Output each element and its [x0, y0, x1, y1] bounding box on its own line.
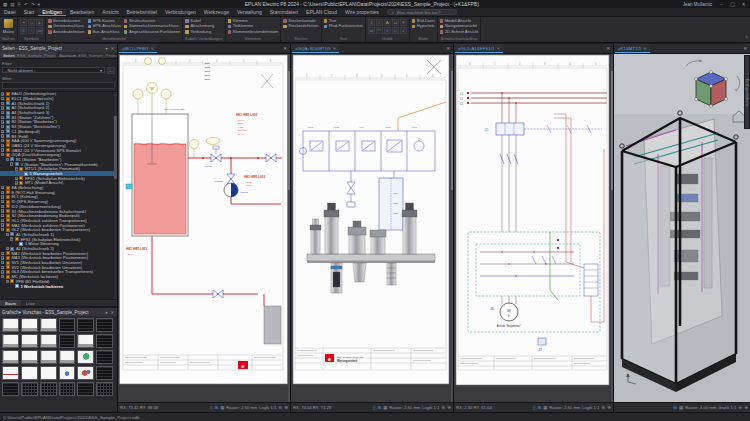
zoom-out-icon[interactable]: ⊖ — [738, 405, 742, 410]
expander-icon[interactable]: + — [1, 214, 4, 217]
expander-icon[interactable]: + — [1, 139, 4, 142]
expander-icon[interactable]: + — [15, 177, 18, 180]
grid-toggle-icon[interactable]: ⊞ — [214, 405, 218, 410]
ribbon-button-sammelschienenanschluss[interactable]: Sammelschienenanschluss — [124, 24, 181, 28]
filter-dropdown[interactable]: - Nicht aktiviert - ▾ — [2, 67, 105, 74]
ribbon-button-text[interactable]: Text — [324, 19, 363, 23]
page-thumbnail[interactable] — [40, 382, 57, 396]
close-tab-icon[interactable]: ✕ — [643, 46, 646, 51]
ribbon-button-bild-datei[interactable]: Bild-Datei — [412, 19, 435, 23]
zoom-in-icon[interactable]: ⊕ — [447, 405, 451, 410]
panel-menu-icon[interactable]: ▾ — [104, 46, 108, 51]
page-thumbnail[interactable] — [96, 350, 113, 364]
grafik-symbol-icon[interactable]: ▭ — [368, 27, 375, 34]
expander-icon[interactable]: − — [10, 162, 13, 165]
grid-toggle-icon[interactable]: ⊞ — [673, 405, 677, 410]
snap-icon[interactable]: ▦ — [543, 405, 547, 410]
insert-center-tab[interactable]: Einfügezentrum — [744, 55, 750, 129]
snap-icon[interactable]: ▦ — [679, 405, 683, 410]
expander-icon[interactable]: + — [1, 223, 4, 226]
page-thumbnail[interactable] — [59, 350, 76, 364]
expander-icon[interactable]: + — [1, 111, 4, 114]
ribbon-button-makro[interactable]: Makro — [3, 19, 14, 34]
grafik-symbol-icon[interactable]: ◇ — [392, 27, 399, 34]
page-thumbnail[interactable] — [21, 366, 38, 380]
page-thumbnail[interactable] — [2, 366, 19, 380]
close-window-icon[interactable]: ✕ — [281, 46, 289, 51]
grafik-symbol-icon[interactable]: / — [368, 19, 375, 26]
page-thumbnail[interactable] — [21, 318, 38, 332]
expander-icon[interactable]: + — [1, 97, 4, 100]
cabinet-3d-viewport[interactable] — [614, 54, 750, 402]
ribbon-button-hyperlink[interactable]: Hyperlink — [412, 24, 435, 28]
expander-icon[interactable]: + — [1, 134, 4, 137]
expander-icon[interactable]: + — [1, 191, 4, 194]
vertical-scrollbar[interactable] — [288, 54, 291, 402]
expander-icon[interactable]: + — [1, 219, 4, 222]
page-thumbnail[interactable] — [77, 382, 94, 396]
expander-icon[interactable]: − — [6, 233, 9, 236]
ribbon-button-sps-anschluss[interactable]: SPS-Anschluss — [88, 24, 121, 28]
page-thumbnail[interactable] — [40, 350, 57, 364]
expander-icon[interactable]: + — [1, 252, 4, 255]
search-box[interactable]: ⌕ Was möchten Sie tun? — [387, 9, 457, 15]
grafik-symbol-icon[interactable]: ◠ — [376, 27, 383, 34]
ribbon-button-modell-ansicht[interactable]: Modell Ansicht — [440, 19, 479, 23]
ribbon-button-geräteanschluss[interactable]: Geräteanschluss — [48, 24, 85, 28]
expander-icon[interactable]: − — [1, 275, 4, 278]
zoom-in-icon[interactable]: ⊕ — [607, 405, 611, 410]
minimize-button[interactable]: – — [717, 1, 726, 7]
expander-icon[interactable]: + — [1, 102, 4, 105]
ribbon-button-abschirmung[interactable]: Abschirmung — [185, 24, 222, 28]
customize-qat-icon[interactable]: ▾ — [37, 2, 41, 7]
symbole-symbol-icon[interactable]: ▭ — [36, 27, 43, 34]
snap-icon[interactable]: ▦ — [220, 405, 224, 410]
page-thumbnail[interactable] — [96, 318, 113, 332]
grid-toggle-icon[interactable]: ⊞ — [537, 405, 541, 410]
expander-icon[interactable]: − — [1, 228, 4, 231]
grid-toggle-icon[interactable]: ⊞ — [377, 405, 381, 410]
ribbon-tab-werkzeuge[interactable]: Werkzeuge — [200, 8, 233, 16]
grafik-symbol-icon[interactable]: A — [384, 19, 391, 26]
ribbon-button-klemmenleistendefinition[interactable]: Klemmenleistendefinition — [228, 30, 279, 34]
close-tab-icon[interactable]: ✕ — [496, 46, 499, 51]
zoom-out-icon[interactable]: ⊖ — [601, 405, 605, 410]
expander-icon[interactable]: + — [1, 195, 4, 198]
app-menu-icon[interactable]: ▦ — [2, 2, 8, 7]
page-thumbnail[interactable] — [77, 318, 94, 332]
expander-icon[interactable]: + — [1, 116, 4, 119]
page-thumbnail[interactable] — [96, 366, 113, 380]
page-thumbnail[interactable] — [59, 334, 76, 348]
expander-icon[interactable]: + — [1, 200, 4, 203]
expander-icon[interactable]: − — [10, 237, 13, 240]
expander-icon[interactable]: + — [1, 186, 4, 189]
page-thumbnail[interactable] — [2, 318, 19, 332]
expander-icon[interactable]: + — [1, 130, 4, 133]
ribbon-collapse-icon[interactable]: ˄ — [743, 17, 750, 42]
page-thumbnail[interactable] — [59, 382, 76, 396]
page-thumbnail[interactable] — [77, 366, 94, 380]
symbole-symbol-icon[interactable]: ◇ — [28, 19, 35, 26]
grafik-symbol-icon[interactable]: + — [400, 27, 407, 34]
ribbon-button-teilklemme[interactable]: Teilklemme — [228, 24, 279, 28]
expander-icon[interactable]: + — [1, 266, 4, 269]
grafik-symbol-icon[interactable]: ○ — [376, 19, 383, 26]
snap-icon[interactable]: ▦ — [383, 405, 387, 410]
ribbon-tab-einfügen[interactable]: Einfügen — [38, 8, 66, 16]
expander-icon[interactable]: + — [1, 270, 4, 273]
zoom-out-icon[interactable]: ⊖ — [441, 405, 445, 410]
close-window-icon[interactable]: ✕ — [604, 46, 612, 51]
document-tab[interactable]: =GL2+A1&EFS1/1 ✕ — [455, 44, 503, 53]
ribbon-button-klemme[interactable]: Klemme — [228, 19, 279, 23]
open-project-icon[interactable]: ▤ — [9, 2, 15, 7]
panel-menu-icon[interactable]: ▾ — [104, 310, 108, 315]
ribbon-tab-datei[interactable]: Datei — [0, 8, 20, 16]
expander-icon[interactable]: + — [1, 261, 4, 264]
page-thumbnail[interactable] — [40, 366, 57, 380]
symbole-symbol-icon[interactable]: ⌁ — [20, 19, 27, 26]
close-tab-icon[interactable]: ✕ — [333, 46, 336, 51]
close-window-icon[interactable]: ✕ — [444, 46, 452, 51]
maximize-button[interactable]: ▢ — [728, 1, 737, 7]
close-window-icon[interactable]: ✕ — [741, 46, 749, 51]
expander-icon[interactable]: + — [1, 144, 4, 147]
